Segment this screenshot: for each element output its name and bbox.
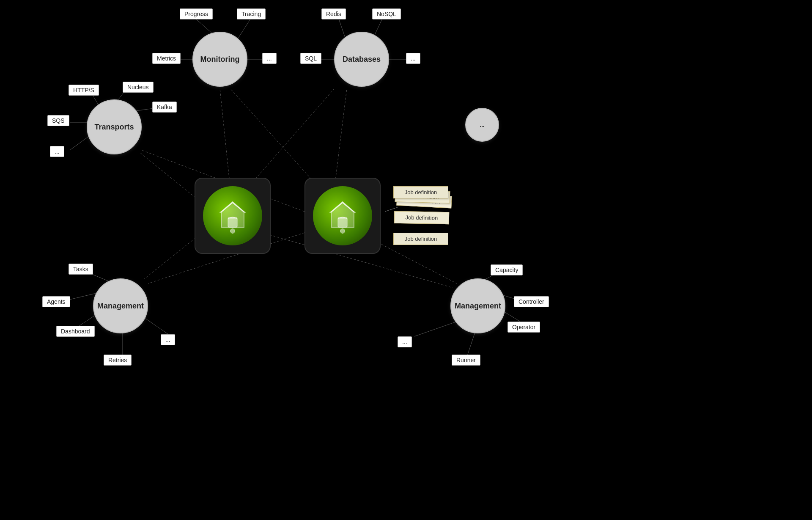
label-progress: Progress xyxy=(180,8,213,19)
label-mgmt-right-more: ... xyxy=(398,336,412,347)
label-sqs: SQS xyxy=(47,115,69,126)
label-nucleus: Nucleus xyxy=(123,82,154,93)
svg-point-35 xyxy=(230,229,235,234)
svg-line-1 xyxy=(237,18,251,40)
job-stack: Job definition Job definition Job defini… xyxy=(393,186,453,254)
label-https: HTTP/S xyxy=(69,85,99,96)
app-icon-left[interactable] xyxy=(195,178,271,254)
diagram-container: .conn { stroke: #555; stroke-width: 1; f… xyxy=(0,0,812,520)
label-mgmt-left-more: ... xyxy=(161,334,175,345)
connections-svg: .conn { stroke: #555; stroke-width: 1; f… xyxy=(0,0,812,520)
svg-rect-34 xyxy=(228,218,237,228)
label-sql: SQL xyxy=(300,53,321,64)
house-svg-right xyxy=(324,197,362,235)
management-right-node[interactable]: Management xyxy=(450,278,505,333)
label-retries: Retries xyxy=(104,355,132,366)
label-tasks: Tasks xyxy=(69,264,93,275)
label-nosql: NoSQL xyxy=(372,8,401,19)
label-transports-more: ... xyxy=(50,146,64,157)
label-runner: Runner xyxy=(452,355,480,366)
label-operator: Operator xyxy=(508,322,540,333)
svg-rect-36 xyxy=(338,218,347,228)
app-icon-right-inner xyxy=(313,186,372,245)
app-icon-right[interactable] xyxy=(304,178,381,254)
svg-line-17 xyxy=(144,317,171,336)
more-circle[interactable]: ... xyxy=(465,108,499,142)
job-card-extra2: Job definition xyxy=(393,233,448,245)
label-capacity: Capacity xyxy=(491,264,523,275)
app-icon-left-inner xyxy=(203,186,262,245)
monitoring-node[interactable]: Monitoring xyxy=(192,32,247,87)
databases-node[interactable]: Databases xyxy=(334,32,389,87)
svg-line-29 xyxy=(334,89,347,190)
label-metrics: Metrics xyxy=(152,53,181,64)
label-redis: Redis xyxy=(321,8,346,19)
label-tracing: Tracing xyxy=(237,8,266,19)
label-databases-more: ... xyxy=(406,53,420,64)
house-svg-left xyxy=(214,197,252,235)
svg-line-28 xyxy=(230,89,321,190)
svg-line-24 xyxy=(245,89,334,190)
transports-node[interactable]: Transports xyxy=(87,99,142,154)
svg-line-22 xyxy=(414,322,457,336)
label-kafka: Kafka xyxy=(152,102,177,113)
label-agents: Agents xyxy=(42,296,70,307)
svg-point-37 xyxy=(340,229,345,234)
job-card-extra1: Job definition xyxy=(394,211,449,224)
label-dashboard: Dashboard xyxy=(56,326,95,337)
job-card-1: Job definition xyxy=(393,186,448,198)
svg-line-23 xyxy=(220,89,230,190)
management-left-node[interactable]: Management xyxy=(93,278,148,333)
label-controller: Controller xyxy=(514,296,549,307)
label-monitoring-more: ... xyxy=(262,53,277,64)
